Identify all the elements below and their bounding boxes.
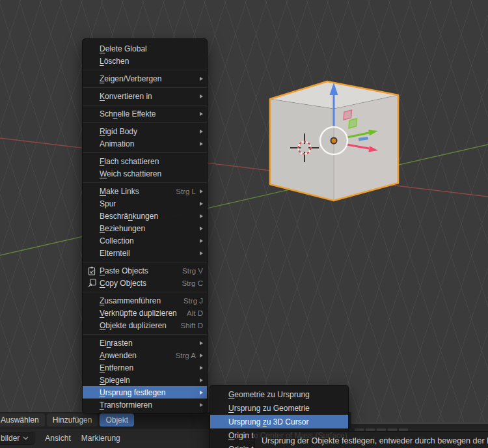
object-context-menu: Delete GlobalLöschenZeigen/VerbergenKonv… [82, 38, 208, 413]
menu-item-delete-global[interactable]: Delete Global [83, 42, 207, 55]
cube-left-face [270, 99, 334, 201]
gizmo-z-axis-handle[interactable] [330, 83, 338, 128]
gizmo-x-axis-handle[interactable] [347, 145, 378, 152]
gizmo-plane-handle-blue[interactable] [359, 137, 368, 141]
menu-item-ursprung-festlegen[interactable]: Ursprung festlegen [83, 386, 207, 399]
mnemonic-underline: F [100, 157, 104, 166]
menu-item-spiegeln[interactable]: Spiegeln [83, 374, 207, 386]
menu-item-right: Strg J [183, 297, 203, 305]
menu-item-spur[interactable]: Spur [83, 197, 207, 210]
timeline-dropdown-label: bilder [1, 434, 20, 443]
menu-item-beziehungen[interactable]: Beziehungen [83, 222, 207, 234]
menu-item-animation[interactable]: Animation [83, 137, 207, 150]
mnemonic-underline: Z [100, 74, 104, 83]
menu-item-shortcut: Strg C [182, 279, 203, 287]
menu-item-shortcut: Alt D [187, 309, 203, 317]
timeline-dropdown-bilder[interactable]: bilder [0, 432, 34, 445]
header-menu-objekt[interactable]: Objekt [100, 413, 134, 427]
timeline-menu-markierung[interactable]: Markierung [76, 432, 126, 445]
mnemonic-underline: n [107, 339, 111, 348]
menu-item-ursprung-zu-geometrie[interactable]: Ursprung zu Geometrie [210, 401, 348, 415]
mnemonic-underline: S [100, 376, 105, 385]
menu-item-shortcut: Strg J [183, 297, 203, 305]
menu-item-shortcut: Strg L [176, 188, 196, 195]
submenu-arrow-icon [200, 354, 203, 357]
submenu-arrow-icon [200, 189, 203, 193]
menu-item-zeigen-verbergen[interactable]: Zeigen/Verbergen [83, 72, 207, 85]
cube-object[interactable] [270, 81, 398, 201]
mnemonic-underline: U [228, 404, 234, 413]
menu-item-label: Konvertieren in [100, 92, 152, 101]
menu-item-label: Ursprung zu 3D Cursor [228, 417, 308, 427]
mnemonic-underline: B [100, 224, 105, 233]
menu-item-label: Collection [100, 236, 134, 245]
header-menu-ausw-hlen[interactable]: Auswählen [0, 413, 45, 427]
menu-item-right [198, 202, 203, 206]
header-menu-hinzuf-gen[interactable]: Hinzufügen [47, 413, 98, 427]
submenu-arrow-icon [200, 77, 203, 81]
mnemonic-underline: Z [100, 296, 104, 305]
menu-item-label: Transformieren [100, 400, 152, 410]
3d-viewport[interactable] [0, 0, 488, 448]
menu-item-label: Spiegeln [100, 376, 130, 385]
menu-item-transformieren[interactable]: Transformieren [83, 399, 207, 411]
menu-item-label: Zusammenführen [100, 296, 161, 305]
menu-item-zusammenf-hren[interactable]: ZusammenführenStrg J [83, 294, 207, 307]
mnemonic-underline: C [100, 279, 105, 288]
menu-item-objekte-duplizieren[interactable]: Objekte duplizierenShift D [83, 319, 207, 331]
submenu-arrow-icon [200, 214, 203, 218]
menu-item-right [198, 77, 203, 81]
gizmo-plane-handle-green[interactable] [349, 119, 357, 128]
menu-item-right [198, 403, 203, 407]
menu-item-paste-objects[interactable]: Paste ObjectsStrg V [83, 264, 207, 277]
menu-item-geometrie-zu-ursprung[interactable]: Geometrie zu Ursprung [210, 387, 348, 401]
menu-separator [83, 85, 207, 90]
mnemonic-underline: K [100, 92, 105, 101]
menu-item-l-schen[interactable]: Löschen [83, 55, 207, 67]
tooltip-text: Ursprung der Objekte festlegen, entweder… [262, 436, 488, 445]
menu-item-right [198, 366, 203, 370]
cube-top-face [270, 81, 398, 109]
menu-item-make-links[interactable]: Make LinksStrg L [83, 185, 207, 197]
menu-item-flach-schattieren[interactable]: Flach schattieren [83, 155, 207, 167]
menu-item-ursprung-zu-3d-cursor[interactable]: Ursprung zu 3D Cursor [210, 415, 348, 428]
gizmo-plane-handle-red[interactable] [344, 110, 352, 120]
menu-item-copy-objects[interactable]: Copy ObjectsStrg C [83, 277, 207, 289]
gizmo-center-ring[interactable] [320, 127, 347, 154]
menu-item-verkn-pfte-duplizieren[interactable]: Verknüpfte duplizierenAlt D [83, 307, 207, 319]
menu-item-right [198, 378, 203, 382]
menu-item-label: Zeigen/Verbergen [100, 74, 161, 83]
menu-item-beschr-nkungen[interactable]: Beschränkungen [83, 210, 207, 222]
menu-item-collection[interactable]: Collection [83, 234, 207, 247]
timeline-menu-ansicht[interactable]: Ansicht [40, 432, 75, 445]
menu-item-anwenden[interactable]: AnwendenStrg A [83, 349, 207, 361]
menu-item-schnelle-effekte[interactable]: Schnelle Effekte [83, 107, 207, 120]
mnemonic-underline: V [100, 309, 104, 318]
menu-item-right: Strg V [182, 267, 203, 275]
menu-item-label: Ursprung festlegen [100, 388, 165, 397]
menu-item-label: Weich schattieren [100, 169, 161, 178]
menu-item-einrasten[interactable]: Einrasten [83, 337, 207, 349]
viewport-scene [0, 0, 488, 448]
menu-item-rigid-body[interactable]: Rigid Body [83, 125, 207, 137]
menu-item-entfernen[interactable]: Entfernen [83, 361, 207, 374]
mnemonic-underline: n [128, 212, 133, 221]
cube-selection-outline [270, 81, 398, 201]
menu-item-label: Entfernen [100, 363, 133, 372]
menu-item-label: Copy Objects [100, 279, 146, 288]
menu-item-right [198, 239, 203, 243]
menu-item-label: Beschränkungen [100, 212, 158, 221]
menu-item-shortcut: Strg A [176, 352, 196, 359]
mnemonic-underline: U [100, 388, 105, 397]
gizmo-y-axis-handle[interactable] [347, 130, 378, 137]
mnemonic-underline: z [263, 417, 267, 427]
menu-item-right: Alt D [187, 309, 203, 317]
move-gizmo[interactable] [320, 83, 378, 154]
menu-item-konvertieren-in[interactable]: Konvertieren in [83, 90, 207, 102]
menu-item-weich-schattieren[interactable]: Weich schattieren [83, 167, 207, 180]
x-axis-line [0, 138, 488, 197]
submenu-arrow-icon [200, 130, 203, 133]
submenu-arrow-icon [200, 239, 203, 243]
mnemonic-underline: O [228, 445, 234, 448]
menu-item-elternteil[interactable]: Elternteil [83, 247, 207, 259]
